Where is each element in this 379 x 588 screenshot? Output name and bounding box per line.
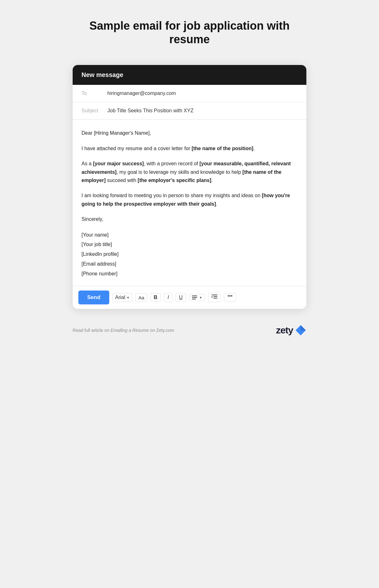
text-size-button[interactable]: Aa <box>135 293 147 302</box>
align-line-1 <box>192 296 197 296</box>
font-selector[interactable]: Arial ▼ <box>112 293 133 302</box>
zety-diamond-icon <box>295 325 306 336</box>
signature-block: [Your name] [Your job title] [LinkedIn p… <box>81 231 298 279</box>
email-header: New message <box>73 65 306 85</box>
subject-label: Subject <box>81 108 104 114</box>
to-value: hiringmanager@company.com <box>107 91 176 96</box>
paragraph-1: I have attached my resume and a cover le… <box>81 144 298 153</box>
quote-button[interactable]: ”” <box>224 293 236 302</box>
sig-email: [Email address] <box>81 260 298 269</box>
to-field-row[interactable]: To hiringmanager@company.com <box>73 85 306 102</box>
align-dropdown-arrow: ▼ <box>199 296 202 299</box>
subject-field-row[interactable]: Subject Job Title Seeks This Position wi… <box>73 102 306 119</box>
align-line-2 <box>192 297 197 298</box>
to-label: To <box>81 91 104 96</box>
sig-phone: [Phone number] <box>81 269 298 279</box>
svg-marker-4 <box>301 325 306 330</box>
greeting: Dear [Hiring Manager's Name], <box>81 129 298 137</box>
sig-title: [Your job title] <box>81 240 298 249</box>
email-body[interactable]: Dear [Hiring Manager's Name], I have att… <box>73 120 306 286</box>
underline-button[interactable]: U <box>176 293 186 302</box>
email-header-title: New message <box>81 71 123 78</box>
sig-linkedin: [LinkedIn profile] <box>81 250 298 259</box>
subject-value: Job Title Seeks This Position with XYZ <box>107 108 194 114</box>
closing: Sincerely, <box>81 215 298 223</box>
sig-name: [Your name] <box>81 231 298 240</box>
footer-text: Read full article on Emailing a Resume o… <box>73 328 174 333</box>
indent-icon <box>212 294 217 299</box>
indent-button[interactable] <box>208 293 221 302</box>
zety-logo: zety <box>276 325 306 336</box>
page-title: Sample email for job application with re… <box>79 19 300 46</box>
zety-wordmark: zety <box>276 325 293 336</box>
italic-button[interactable]: I <box>164 293 172 302</box>
email-card: New message To hiringmanager@company.com… <box>73 65 306 309</box>
align-line-3 <box>192 299 196 299</box>
footer-area: Read full article on Emailing a Resume o… <box>73 325 306 342</box>
font-dropdown-arrow: ▼ <box>127 296 130 299</box>
email-toolbar: Send Arial ▼ Aa B I U ▼ ”” <box>73 286 306 309</box>
align-button[interactable]: ▼ <box>189 294 205 301</box>
align-lines-icon <box>192 296 197 299</box>
paragraph-2: As a [your major success], with a proven… <box>81 160 298 185</box>
bold-button[interactable]: B <box>150 293 161 302</box>
paragraph-3: I am looking forward to meeting you in p… <box>81 191 298 208</box>
email-fields: To hiringmanager@company.com Subject Job… <box>73 85 306 120</box>
send-button[interactable]: Send <box>78 291 109 304</box>
font-label: Arial <box>115 295 125 300</box>
